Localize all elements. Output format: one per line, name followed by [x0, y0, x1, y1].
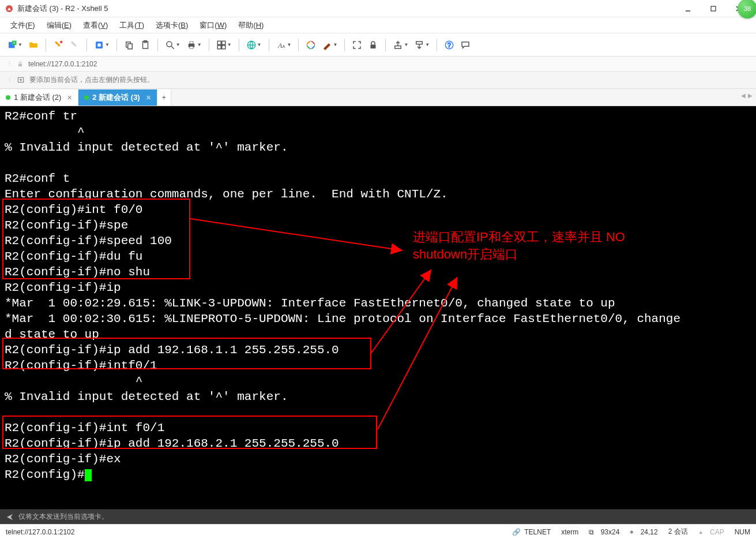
tab-session-2[interactable]: 2 新建会话 (3) ✕	[78, 89, 157, 106]
address-dropdown-icon[interactable]: ⋮	[7, 61, 12, 67]
status-capslock: ▲ CAP	[698, 528, 724, 536]
svg-text:A: A	[282, 43, 285, 48]
print-button[interactable]: ▼	[184, 37, 204, 53]
svg-rect-18	[190, 42, 193, 44]
menu-help[interactable]: 帮助(H)	[234, 18, 268, 33]
tab-close-icon[interactable]: ✕	[146, 94, 151, 102]
menubar: 文件(F) 编辑(E) 查看(V) 工具(T) 选项卡(B) 窗口(W) 帮助(…	[0, 17, 756, 33]
svg-point-8	[60, 40, 63, 43]
menu-window[interactable]: 窗口(W)	[195, 18, 231, 33]
annotation-text: 进端口配置IP和全双工，速率并且 NO shutdown开启端口	[413, 229, 625, 263]
status-position: ⌖ 24,12	[630, 528, 657, 536]
svg-rect-28	[371, 44, 376, 48]
svg-text:A: A	[277, 41, 283, 49]
menu-edit[interactable]: 编辑(E)	[42, 18, 76, 33]
menu-file[interactable]: 文件(F)	[6, 18, 40, 33]
status-terminal-type: xterm	[561, 528, 578, 536]
fullscreen-button[interactable]	[349, 37, 364, 53]
update-badge[interactable]: 38	[738, 0, 756, 18]
send-icon[interactable]	[6, 513, 14, 521]
feedback-button[interactable]	[458, 37, 473, 53]
font-button[interactable]: AA▼	[274, 37, 294, 53]
svg-line-16	[171, 46, 174, 49]
transfer-up-button[interactable]: ▼	[390, 37, 411, 53]
maximize-button[interactable]	[701, 0, 726, 17]
window-title: 新建会话 (3) - R2 - Xshell 5	[17, 3, 108, 14]
add-session-icon[interactable]	[17, 76, 25, 84]
status-dot-icon	[6, 95, 10, 100]
svg-rect-2	[711, 6, 716, 11]
address-bar: ⋮ telnet://127.0.0.1:2102	[0, 57, 756, 72]
tab-nav: ◀ ▶	[741, 92, 753, 99]
open-button[interactable]	[26, 37, 41, 53]
lock-icon	[17, 61, 24, 68]
svg-rect-22	[217, 45, 221, 48]
svg-point-15	[167, 42, 172, 47]
paste-button[interactable]	[138, 37, 153, 53]
svg-rect-12	[128, 43, 133, 48]
color-button[interactable]	[303, 37, 318, 53]
svg-rect-20	[217, 41, 221, 44]
encoding-button[interactable]: ▼	[244, 37, 264, 53]
svg-point-10	[97, 43, 101, 47]
size-icon: ⧉	[589, 528, 594, 536]
help-button[interactable]: ?	[442, 37, 457, 53]
status-sessions: 2 会话	[668, 527, 688, 537]
status-protocol: 🔗TELNET	[512, 528, 551, 536]
send-bar: 仅将文本发送到当前选项卡。	[0, 509, 756, 524]
new-session-button[interactable]: +▼	[5, 37, 25, 53]
tab-session-1[interactable]: 1 新建会话 (2) ✕	[0, 89, 78, 106]
highlight-button[interactable]: ▼	[319, 37, 340, 53]
tab-label: 1 新建会话 (2)	[14, 92, 61, 103]
svg-rect-33	[18, 63, 22, 66]
terminal-output: R2#conf tr ^ % Invalid input detected at…	[5, 108, 751, 482]
toolbar: +▼ ▼ ▼ ▼ ▼ ▼ AA▼ ▼ ▼ ▼ ?	[0, 33, 756, 57]
svg-rect-30	[416, 42, 423, 44]
disconnect-button[interactable]	[67, 37, 82, 53]
tab-label: 2 新建会话 (3)	[92, 92, 140, 103]
properties-button[interactable]: ▼	[92, 37, 112, 53]
hint-bar: ⋮ 要添加当前会话，点击左侧的箭头按钮。	[0, 72, 756, 89]
svg-rect-19	[190, 46, 193, 48]
add-tab-button[interactable]: +	[157, 89, 171, 106]
status-size: ⧉ 93x24	[589, 528, 619, 536]
status-numlock: NUM	[735, 528, 750, 536]
svg-text:+: +	[13, 40, 16, 45]
cursor	[85, 469, 92, 481]
tab-prev-icon[interactable]: ◀	[741, 92, 746, 99]
layout-button[interactable]: ▼	[214, 37, 234, 53]
lock-button[interactable]	[366, 37, 381, 53]
find-button[interactable]: ▼	[163, 37, 183, 53]
menu-view[interactable]: 查看(V)	[78, 18, 112, 33]
app-icon	[5, 4, 14, 13]
svg-rect-23	[221, 45, 225, 48]
menu-tabs[interactable]: 选项卡(B)	[151, 18, 193, 33]
pos-icon: ⌖	[630, 528, 634, 536]
reconnect-button[interactable]	[51, 37, 66, 53]
copy-button[interactable]	[122, 37, 137, 53]
titlebar: 新建会话 (3) - R2 - Xshell 5 38	[0, 0, 756, 17]
hint-text: 要添加当前会话，点击左侧的箭头按钮。	[29, 75, 154, 85]
tab-close-icon[interactable]: ✕	[67, 94, 72, 102]
svg-text:?: ?	[447, 41, 451, 48]
transfer-down-button[interactable]: ▼	[412, 37, 432, 53]
chevron-up-icon: ▲	[698, 529, 704, 535]
status-bar: telnet://127.0.0.1:2102 🔗TELNET xterm ⧉ …	[0, 524, 756, 539]
tab-next-icon[interactable]: ▶	[748, 92, 753, 99]
menu-tools[interactable]: 工具(T)	[115, 18, 149, 33]
tab-bar: 1 新建会话 (2) ✕ 2 新建会话 (3) ✕ + ◀ ▶	[0, 89, 756, 106]
hint-dropdown-icon[interactable]: ⋮	[7, 77, 12, 83]
status-connection: telnet://127.0.0.1:2102	[6, 528, 74, 536]
status-dot-icon	[84, 95, 89, 100]
minimize-button[interactable]	[675, 0, 701, 17]
svg-rect-21	[221, 41, 225, 44]
terminal[interactable]: R2#conf tr ^ % Invalid input detected at…	[0, 106, 756, 509]
send-placeholder[interactable]: 仅将文本发送到当前选项卡。	[18, 512, 108, 522]
svg-rect-29	[395, 46, 401, 48]
address-text[interactable]: telnet://127.0.0.1:2102	[28, 60, 749, 68]
link-icon: 🔗	[512, 528, 521, 536]
